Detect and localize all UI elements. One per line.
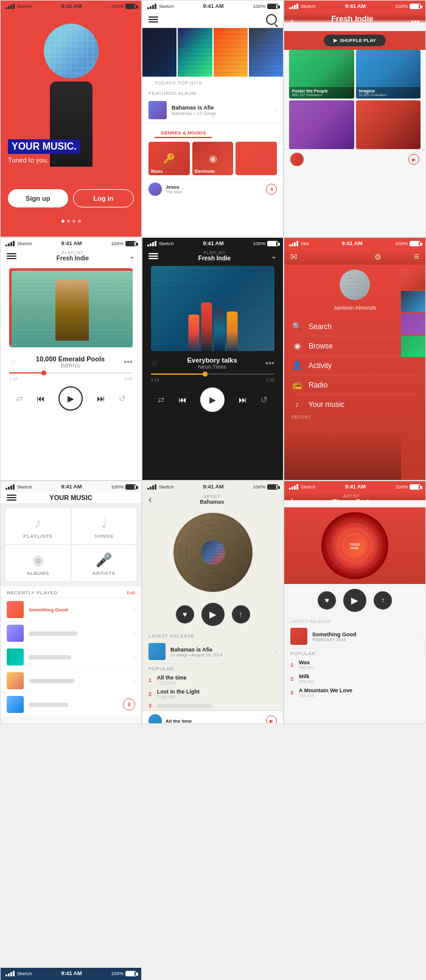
song-info-row-4: ☆ 10,000 Emerald Pools BØRNS ••• [1,352,141,370]
back-icon[interactable]: ‹ [290,16,293,27]
library-songs[interactable]: ♩ SONGS [72,508,137,544]
artist-card-2[interactable]: Imagine 51,601 Followers [356,50,421,99]
library-playlists[interactable]: ♪ PLAYLISTS [5,508,71,544]
dropdown-arrow-4[interactable]: ⌄ [129,252,135,260]
menu-item-browse[interactable]: ◉ Browse [292,336,418,356]
page-dot-4[interactable] [78,220,81,223]
side-thumb-2 [401,291,425,312]
repeat-btn-5[interactable]: ↺ [260,395,268,405]
more-icon-4[interactable]: ••• [124,357,133,367]
recent-item-4[interactable]: › [1,669,141,693]
menu-item-yourmusic[interactable]: ♪ Your music [292,395,418,414]
song-title-5: Everybory talks [187,356,237,364]
shuffle-btn-5[interactable]: ⇄ [158,395,165,405]
more-icon-5[interactable]: ••• [265,358,274,368]
play-center-button-9[interactable]: ▶ [343,589,366,612]
edit-button[interactable]: Edit [127,590,135,596]
share-button-8[interactable]: ↑ [232,605,250,624]
play-indicator-8[interactable]: ▶ [266,715,277,724]
genre-card-electronic[interactable]: ◉ Electronic [192,142,234,175]
side-thumb-3 [401,313,425,335]
status-time-6: 9:41 AM [342,240,363,246]
song-artist-5: Neon Trees [187,364,237,370]
recent-item-2[interactable]: › [1,622,141,645]
featured-album-row[interactable]: Bahamas is Afie Bahamas • 12 songs › [142,97,283,123]
now-playing-bar-2: Jesus The Man ⏸ [142,179,283,199]
page-dot-1[interactable] [61,220,65,223]
menu-item-search[interactable]: 🔍 Search [292,317,418,336]
play-button-5[interactable]: ▶ [200,387,225,412]
prev-btn-4[interactable]: ⏮ [37,394,45,403]
heart-button-9[interactable]: ♥ [318,591,336,610]
status-bar-10: Sketch 9:41 AM 100% [1,968,141,979]
cta-actions: Sign up Log in [1,182,141,215]
release-row-8[interactable]: Bahamas is Afie 12 songs • August 18, 20… [142,640,283,664]
screen-9-content: ♥ ▶ ↑ LATEST RELEASE Something Good FEBR… [284,584,425,700]
popular-row-2-8[interactable]: 2 Lost in the Light 3,282,983 [142,687,283,701]
shuffle-play-button[interactable]: ▶ SHUFFLE PLAY [324,35,386,46]
hamburger-7[interactable] [7,495,16,501]
page-dot-3[interactable] [72,220,75,223]
nav-bar-7: YOUR MUSIC [1,492,141,503]
playlist-label-4: PLAYLIST [57,251,89,255]
hamburger-4[interactable] [7,253,16,259]
pop-row-1-9[interactable]: 1 Wax 595,567 [284,658,425,672]
artist-card-3[interactable] [289,100,354,149]
status-time-8: 9:41 AM [203,484,223,490]
pop-title-9-2: Milk [299,673,419,679]
menu-item-activity[interactable]: 👤 Activity [292,356,418,375]
progress-bar-4[interactable] [1,370,141,376]
shuffle-btn-4[interactable]: ⇄ [16,394,23,403]
signup-button[interactable]: Sign up [8,189,68,207]
repeat-btn-4[interactable]: ↺ [119,394,126,403]
login-button[interactable]: Log in [73,189,134,207]
pop-row-3-9[interactable]: 3 A Mountain We Love 185,109 [284,686,425,700]
recent-item-1[interactable]: Something Good › [1,598,141,622]
release-row-9[interactable]: Something Good FEBRUARY 2015 › [284,625,425,648]
share-button-9[interactable]: ↑ [374,591,392,610]
gear-icon[interactable]: ⚙ [374,252,382,262]
menu-lines-icon[interactable]: ≡ [414,251,419,262]
dropdown-arrow-5[interactable]: ⌄ [271,252,277,260]
library-artists[interactable]: 🎤 ARTISTS [72,545,137,581]
library-albums[interactable]: ◉ ALBUMS [5,545,71,581]
hamburger-5[interactable] [148,253,158,259]
pop-row-2-9[interactable]: 2 Milk 206,330 [284,672,425,686]
back-arrow-9[interactable]: ‹ [290,495,293,506]
recently-played-section: RECENTLY PLAYED Edit Something Good › › … [1,587,141,717]
play-indicator-3[interactable]: ▶ [408,154,419,165]
song-info-row-5: ☆ Everybory talks Neon Trees ••• [142,353,283,371]
envelope-icon[interactable]: ✉ [290,252,298,262]
pause-button-sm[interactable]: ⏸ [266,184,277,195]
genre-card-blues[interactable]: 🔑 Blues [148,142,190,175]
artist-card-1[interactable]: Foster the People 800,137 Followers [289,50,354,99]
search-icon[interactable] [266,14,277,25]
star-icon-5[interactable]: ☆ [151,358,159,368]
more-icon[interactable]: ••• [411,17,419,26]
play-center-button-8[interactable]: ▶ [201,603,225,626]
popular-row-3-8[interactable]: 3 [142,701,283,711]
popular-label-8: POPULAR [142,664,283,673]
artist-card-4[interactable] [356,100,421,149]
progress-bar-5[interactable] [142,371,283,377]
popular-row-1-8[interactable]: 1 All the time 7,272,642 [142,673,283,687]
menu-item-radio[interactable]: 📻 Radio [292,375,418,395]
next-btn-5[interactable]: ⏭ [239,395,247,405]
heart-button-8[interactable]: ♥ [176,605,194,624]
back-arrow-8[interactable]: ‹ [148,494,152,505]
prev-btn-5[interactable]: ⏮ [178,395,187,405]
status-time-10: 9:41 AM [61,970,82,976]
artist-name-2: Imagine [359,89,418,93]
recent-item-3[interactable]: › [1,645,141,669]
page-dot-2[interactable] [67,220,70,223]
star-icon-4[interactable]: ☆ [9,357,17,367]
browse-icon-menu: ◉ [292,341,302,350]
play-button-4[interactable]: ▶ [58,386,83,411]
next-btn-4[interactable]: ⏭ [97,394,105,403]
search-icon-menu: 🔍 [292,322,302,331]
pause-circle-7[interactable]: ⏸ [123,698,135,711]
genre-card-3[interactable] [236,142,277,175]
hamburger-menu[interactable] [148,16,158,23]
artist-label-8: ARTIST [156,495,267,499]
recent-thumb-2 [7,625,24,642]
